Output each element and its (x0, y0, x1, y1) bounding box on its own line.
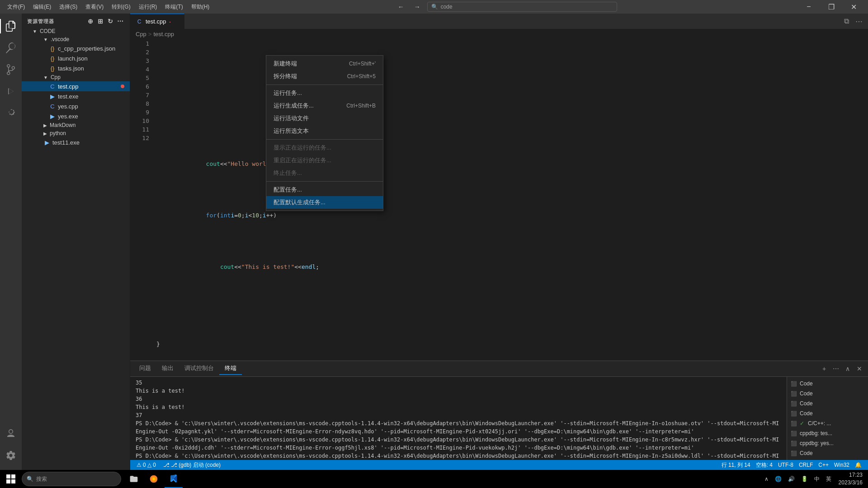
taskbar-volume-icon[interactable]: 🔊 (785, 476, 797, 482)
taskbar-lang[interactable]: 英 (823, 475, 834, 483)
split-editor-button[interactable]: ⧉ (842, 16, 851, 26)
tree-file-launch[interactable]: {} launch.json (22, 53, 130, 63)
menu-terminal[interactable]: 终端(T) (161, 2, 186, 12)
menu-select[interactable]: 选择(S) (56, 2, 81, 12)
terminal-content[interactable]: 35 This is a test! 36 This is a test! 37… (130, 377, 787, 460)
ctx-run-build-task[interactable]: 运行生成任务... Ctrl+Shift+B (266, 99, 383, 112)
restore-button[interactable]: ❐ (821, 0, 842, 14)
status-errors[interactable]: ⚠ 0 △ 0 (134, 462, 159, 468)
collapse-all-button[interactable]: ⋯ (116, 17, 124, 25)
ctx-run-active-file[interactable]: 运行活动文件 (266, 112, 383, 125)
tree-file-testexe[interactable]: ▶ test.exe (22, 91, 130, 101)
term-item-4[interactable]: ⬛ Code (787, 408, 868, 418)
code-content[interactable]: cout<<"Hello world!"<<endl; for(int i=0;… (153, 39, 832, 361)
menu-file[interactable]: 文件(F) (4, 2, 28, 12)
ctx-configure-tasks-label: 配置任务... (274, 186, 302, 194)
tree-file-yescpp[interactable]: C yes.cpp (22, 101, 130, 111)
tree-file-yesexe[interactable]: ▶ yes.exe (22, 111, 130, 121)
taskbar-browser[interactable] (145, 470, 163, 488)
ctx-split-terminal[interactable]: 拆分终端 Ctrl+Shift+5 (266, 70, 383, 83)
panel-more-button[interactable]: ⋯ (831, 364, 841, 374)
close-button[interactable]: ✕ (844, 0, 864, 14)
status-bell[interactable]: 🔔 (852, 462, 864, 468)
taskbar-network-icon[interactable]: 🌐 (772, 476, 784, 482)
ctx-configure-tasks[interactable]: 配置任务... (266, 183, 383, 196)
tree-file-test11exe[interactable]: ▶ test11.exe (22, 137, 130, 147)
minimize-button[interactable]: − (798, 0, 819, 14)
menu-run[interactable]: 运行(R) (135, 2, 161, 12)
cpp-file-icon2: C (49, 103, 56, 110)
activity-settings[interactable] (0, 445, 22, 466)
code-line-2 (156, 82, 832, 91)
panel-tab-output[interactable]: 输出 (156, 362, 179, 375)
taskbar-ime[interactable]: 中 (811, 475, 822, 483)
term-item-8[interactable]: ⬛ Code (787, 448, 868, 458)
term-item-3[interactable]: ⬛ Code (787, 399, 868, 408)
ctx-run-task[interactable]: 运行任务... (266, 87, 383, 99)
term-item-2[interactable]: ⬛ Code (787, 389, 868, 399)
tab-testcpp[interactable]: C test.cpp · (130, 14, 184, 29)
activity-extensions[interactable] (0, 102, 22, 124)
status-encoding[interactable]: UTF-8 (775, 462, 796, 468)
menu-help[interactable]: 帮助(H) (188, 2, 213, 12)
new-folder-button[interactable]: ⊞ (96, 17, 104, 25)
panel-add-button[interactable]: + (819, 364, 829, 374)
ctx-configure-default-build[interactable]: 配置默认生成任务... (266, 196, 383, 209)
tree-folder-cpp[interactable]: ▼ Cpp (22, 73, 130, 81)
activity-search[interactable] (0, 37, 22, 59)
ctx-run-selected[interactable]: 运行所选文本 (266, 125, 383, 137)
status-debug[interactable]: ⎇ ⎇ (gdb) 启动 (code) (160, 461, 223, 469)
panel-tab-terminal[interactable]: 终端 (219, 362, 242, 375)
ctx-new-terminal[interactable]: 新建终端 Ctrl+Shift+' (266, 57, 383, 70)
tree-folder-markdown[interactable]: ▶ MarkDown (22, 121, 130, 129)
status-line-col[interactable]: 行 11, 列 14 (719, 461, 753, 469)
ctx-new-terminal-label: 新建终端 (274, 60, 297, 68)
nav-back-button[interactable]: ← (395, 2, 407, 12)
status-eol[interactable]: CRLF (796, 462, 816, 468)
title-search-bar[interactable]: 🔍 code (427, 2, 617, 12)
taskbar-file-explorer[interactable] (125, 470, 143, 488)
panel-maximize-button[interactable]: ∧ (843, 364, 853, 374)
tree-folder-vscode[interactable]: ▼ .vscode (22, 35, 130, 43)
tree-file-testcpp[interactable]: C test.cpp (22, 81, 130, 91)
activity-sourcecontrol[interactable] (0, 59, 22, 80)
taskbar-up-arrow[interactable]: ∧ (762, 476, 771, 482)
taskbar-icons (125, 470, 183, 488)
taskbar-vscode[interactable] (165, 470, 183, 488)
status-spaces[interactable]: 空格: 4 (753, 461, 775, 469)
ctx-show-running: 显示正在运行的任务... (266, 141, 383, 154)
menu-goto[interactable]: 转到(G) (108, 2, 134, 12)
taskbar-clock[interactable]: 17:23 2023/3/16 (835, 471, 866, 487)
tree-file-c-cpp-properties[interactable]: {} c_cpp_properties.json (22, 43, 130, 53)
term-item-1[interactable]: ⬛ Code (787, 379, 868, 389)
activity-explorer[interactable] (0, 15, 22, 37)
taskbar-start-button[interactable] (2, 470, 20, 488)
term-item-5[interactable]: ⬛ ✓ C/C++: ... (787, 418, 868, 428)
activity-bottom (0, 423, 22, 470)
menu-view[interactable]: 查看(V) (82, 2, 107, 12)
term-item-7[interactable]: ⬛ cppdbg: yes... (787, 438, 868, 448)
panel-tab-problems[interactable]: 问题 (134, 362, 156, 375)
breadcrumb-cpp[interactable]: Cpp (136, 31, 146, 38)
panel-close-button[interactable]: ✕ (854, 364, 864, 374)
menu-edit[interactable]: 编辑(E) (29, 2, 55, 12)
taskbar-search[interactable]: 🔍 搜索 (22, 472, 121, 486)
term-item-6[interactable]: ⬛ cppdbg: tes... (787, 428, 868, 438)
breadcrumb-file[interactable]: test.cpp (153, 31, 174, 38)
status-platform[interactable]: Win32 (831, 462, 852, 468)
tree-folder-python[interactable]: ▶ python (22, 129, 130, 137)
activity-account[interactable] (0, 423, 22, 445)
new-file-button[interactable]: ⊕ (86, 17, 94, 25)
tree-root-code[interactable]: ▼ CODE (22, 27, 130, 35)
modified-badge (121, 84, 124, 88)
exe-file-icon2: ▶ (49, 113, 56, 120)
refresh-button[interactable]: ↻ (106, 17, 114, 25)
activity-run[interactable] (0, 80, 22, 102)
more-actions-button[interactable]: ⋯ (854, 16, 864, 27)
panel-tab-debug[interactable]: 调试控制台 (179, 362, 219, 375)
taskbar-battery-icon[interactable]: 🔋 (798, 476, 811, 482)
panel-tab-actions: + ⋯ ∧ ✕ (819, 364, 864, 374)
tree-file-tasks[interactable]: {} tasks.json (22, 63, 130, 73)
nav-forward-button[interactable]: → (411, 2, 424, 12)
status-language[interactable]: C++ (816, 462, 831, 468)
